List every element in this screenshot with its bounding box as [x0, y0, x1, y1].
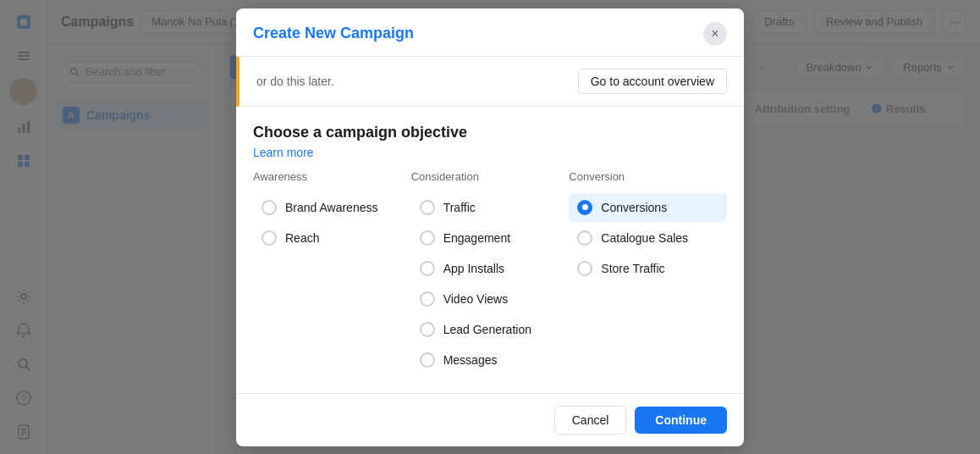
conversion-category-title: Conversion: [569, 170, 727, 183]
catalogue-sales-radio: [577, 230, 592, 246]
modal-overlay: Create New Campaign × or do this later. …: [0, 0, 980, 454]
create-campaign-modal: Create New Campaign × or do this later. …: [236, 8, 744, 446]
account-text: or do this later.: [256, 75, 568, 88]
catalogue-sales-option[interactable]: Catalogue Sales: [569, 224, 727, 252]
reach-label: Reach: [285, 231, 319, 245]
awareness-column: Awareness Brand Awareness Reach: [253, 170, 411, 376]
brand-awareness-radio: [262, 200, 277, 215]
traffic-option[interactable]: Traffic: [411, 193, 570, 222]
modal-footer: Cancel Continue: [236, 393, 744, 446]
app-installs-radio: [420, 261, 435, 276]
traffic-label: Traffic: [443, 201, 476, 214]
messages-radio: [420, 352, 435, 368]
modal-body: or do this later. Go to account overview…: [236, 57, 744, 393]
reach-option[interactable]: Reach: [253, 224, 411, 252]
app-installs-label: App Installs: [443, 262, 504, 275]
conversions-option[interactable]: Conversions: [569, 193, 727, 222]
modal-title: Create New Campaign: [253, 25, 414, 42]
account-overview-button[interactable]: Go to account overview: [578, 69, 727, 94]
brand-awareness-option[interactable]: Brand Awareness: [253, 193, 411, 222]
video-views-radio: [420, 291, 435, 307]
messages-label: Messages: [443, 353, 498, 367]
consideration-category-title: Consideration: [411, 170, 570, 183]
store-traffic-label: Store Traffic: [601, 262, 664, 275]
lead-generation-label: Lead Generation: [443, 323, 531, 336]
reach-radio: [262, 230, 277, 246]
video-views-option[interactable]: Video Views: [411, 285, 570, 313]
modal-header: Create New Campaign ×: [236, 8, 744, 57]
catalogue-sales-label: Catalogue Sales: [601, 231, 688, 245]
account-banner: or do this later. Go to account overview: [236, 57, 744, 107]
learn-more-link[interactable]: Learn more: [253, 146, 314, 159]
lead-generation-radio: [420, 322, 435, 337]
consideration-column: Consideration Traffic Engagement App Ins…: [411, 170, 570, 376]
conversions-label: Conversions: [601, 201, 667, 214]
store-traffic-option[interactable]: Store Traffic: [569, 254, 727, 283]
lead-generation-option[interactable]: Lead Generation: [411, 315, 570, 344]
cancel-button[interactable]: Cancel: [554, 406, 627, 435]
store-traffic-radio: [577, 261, 592, 276]
awareness-category-title: Awareness: [253, 170, 411, 183]
messages-option[interactable]: Messages: [411, 346, 570, 374]
app-installs-option[interactable]: App Installs: [411, 254, 570, 283]
traffic-radio: [420, 200, 435, 215]
brand-awareness-label: Brand Awareness: [285, 201, 377, 214]
objective-title: Choose a campaign objective: [253, 124, 727, 141]
objective-section: Choose a campaign objective Learn more: [236, 107, 744, 170]
engagement-radio: [420, 230, 435, 246]
objectives-grid: Awareness Brand Awareness Reach Consider…: [236, 170, 744, 393]
engagement-label: Engagement: [443, 231, 510, 245]
video-views-label: Video Views: [443, 292, 509, 306]
continue-button[interactable]: Continue: [635, 407, 727, 434]
conversions-radio: [577, 200, 592, 215]
engagement-option[interactable]: Engagement: [411, 224, 570, 252]
conversion-column: Conversion Conversions Catalogue Sales S…: [569, 170, 727, 376]
modal-close-button[interactable]: ×: [703, 22, 727, 46]
